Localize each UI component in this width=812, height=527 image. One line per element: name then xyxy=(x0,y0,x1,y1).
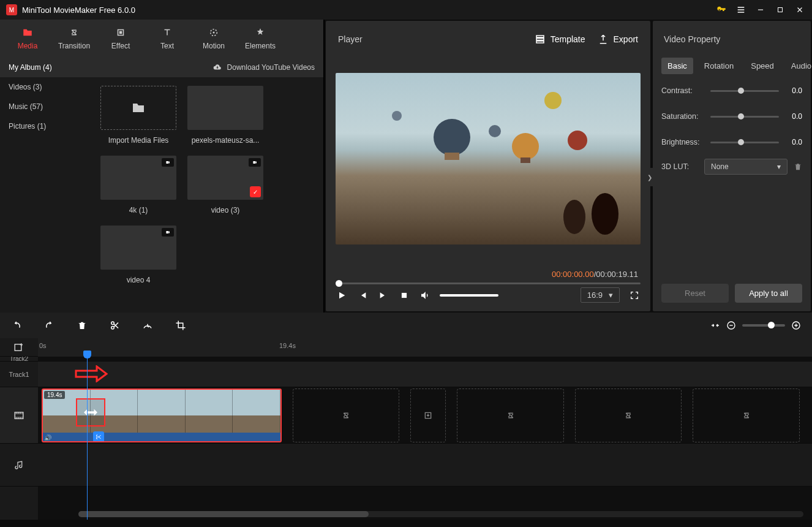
split-button[interactable] xyxy=(109,320,120,331)
tab-elements[interactable]: Elements xyxy=(238,21,283,56)
zoom-slider[interactable] xyxy=(742,324,785,327)
delete-lut-button[interactable] xyxy=(794,162,802,171)
apply-all-button[interactable]: Apply to all xyxy=(735,284,802,303)
next-frame-button[interactable] xyxy=(377,289,389,301)
zoom-in-button[interactable] xyxy=(791,320,801,330)
export-button[interactable]: Export xyxy=(598,34,638,45)
video-clip[interactable]: 19.4s 🔊 xyxy=(42,389,282,442)
reset-button[interactable]: Reset xyxy=(661,284,729,303)
timeline-tracks[interactable]: 0s 19.4s 19.4s 🔊 xyxy=(38,338,812,520)
app-logo: M xyxy=(6,4,17,15)
slider-handle[interactable] xyxy=(768,322,775,328)
tab-speed[interactable]: Speed xyxy=(745,58,780,74)
timeline-ruler[interactable]: 0s 19.4s xyxy=(38,338,812,357)
prev-frame-button[interactable] xyxy=(356,289,369,301)
zoom-out-button[interactable] xyxy=(726,320,736,330)
tab-transition[interactable]: Transition xyxy=(51,21,97,56)
resize-indicator[interactable] xyxy=(76,398,105,427)
volume-slider[interactable] xyxy=(440,294,498,297)
lut-select[interactable]: None ▾ xyxy=(704,159,788,175)
media-item[interactable]: pexels-mateusz-sa... xyxy=(187,86,263,145)
menu-icon[interactable] xyxy=(735,4,747,16)
scrollbar-thumb[interactable] xyxy=(78,511,369,517)
undo-button[interactable] xyxy=(11,320,22,330)
tab-effect[interactable]: Effect xyxy=(98,21,143,56)
import-media-label: Import Media Files xyxy=(100,136,176,145)
timeline-toolbar xyxy=(0,313,812,338)
template-button[interactable]: Template xyxy=(535,34,585,45)
svg-point-9 xyxy=(544,92,562,109)
volume-button[interactable] xyxy=(419,289,431,301)
sidebar-header-myalbum[interactable]: My Album (4) xyxy=(0,58,92,77)
add-track-button[interactable] xyxy=(0,338,38,357)
tab-basic[interactable]: Basic xyxy=(661,58,693,74)
split-handle[interactable] xyxy=(93,431,104,442)
slider-handle[interactable] xyxy=(738,88,744,94)
sidebar-item-music[interactable]: Music (57) xyxy=(0,97,92,116)
maximize-button[interactable] xyxy=(774,4,786,16)
tab-text[interactable]: Text xyxy=(145,21,190,56)
tab-motion[interactable]: Motion xyxy=(191,21,236,56)
fullscreen-button[interactable] xyxy=(628,289,641,301)
transition-slot[interactable] xyxy=(457,389,564,442)
fit-timeline-button[interactable] xyxy=(710,320,720,330)
track-2[interactable] xyxy=(38,357,812,362)
play-button[interactable] xyxy=(336,289,348,301)
sidebar-item-videos[interactable]: Videos (3) xyxy=(0,77,92,97)
speed-button[interactable] xyxy=(142,320,153,331)
tab-media[interactable]: Media xyxy=(5,21,50,56)
playhead[interactable] xyxy=(87,351,88,520)
minimize-button[interactable] xyxy=(754,4,767,16)
saturation-slider[interactable] xyxy=(710,116,779,118)
video-badge-icon xyxy=(162,158,174,167)
close-button[interactable] xyxy=(794,4,806,16)
crop-button[interactable] xyxy=(175,320,186,331)
svg-point-5 xyxy=(434,119,470,156)
transition-slot[interactable] xyxy=(575,389,682,442)
sidebar-item-pictures[interactable]: Pictures (1) xyxy=(0,116,92,136)
main-video-track[interactable]: 19.4s 🔊 xyxy=(38,387,812,444)
expand-panel-button[interactable]: ❯ xyxy=(647,168,653,186)
audio-track-label[interactable] xyxy=(0,444,38,487)
ruler-mark: 19.4s xyxy=(279,342,296,349)
premium-key-icon[interactable] xyxy=(715,4,727,16)
track-label-2[interactable]: Track2 xyxy=(0,357,38,362)
tab-audio[interactable]: Audio xyxy=(785,58,812,74)
media-item[interactable]: ✓ video (3) xyxy=(187,156,263,214)
speaker-icon[interactable]: 🔊 xyxy=(44,434,51,441)
horizontal-scrollbar[interactable] xyxy=(78,511,803,517)
timeline-panel: Track2 Track1 0s 19.4s 19.4s 🔊 xyxy=(0,313,812,527)
property-title: Video Property xyxy=(653,21,811,58)
track-label-1[interactable]: Track1 xyxy=(0,362,38,387)
svg-rect-8 xyxy=(521,157,530,163)
stop-button[interactable] xyxy=(398,289,410,301)
contrast-slider[interactable] xyxy=(710,90,779,92)
time-current: 00:00:00.00 xyxy=(552,270,594,279)
transition-slot[interactable] xyxy=(693,389,800,442)
download-youtube-button[interactable]: Download YouTube Videos xyxy=(92,58,323,77)
media-item-label: video 4 xyxy=(100,276,176,284)
slider-handle[interactable] xyxy=(738,113,744,119)
drop-slot[interactable] xyxy=(410,389,446,442)
media-item[interactable]: 4k (1) xyxy=(100,156,176,214)
aspect-select[interactable]: 16:9 ▾ xyxy=(581,287,620,303)
delete-button[interactable] xyxy=(77,320,87,331)
chevron-down-icon: ▾ xyxy=(777,162,781,171)
time-display: 00:00:00.00 / 00:00:19.11 xyxy=(326,265,650,281)
redo-button[interactable] xyxy=(44,320,55,330)
tab-media-label: Media xyxy=(18,42,38,50)
scrub-handle[interactable] xyxy=(336,280,342,287)
transition-slot[interactable] xyxy=(293,389,400,442)
preview-frame[interactable] xyxy=(336,73,641,245)
video-track-label[interactable] xyxy=(0,387,38,444)
music-track[interactable] xyxy=(38,444,812,487)
track-1[interactable] xyxy=(38,362,812,387)
tab-transition-label: Transition xyxy=(58,42,90,50)
import-media-button[interactable]: Import Media Files xyxy=(100,86,176,145)
slider-handle[interactable] xyxy=(738,139,744,145)
aspect-value: 16:9 xyxy=(587,290,603,300)
folder-icon xyxy=(21,27,34,38)
brightness-slider[interactable] xyxy=(710,142,779,143)
tab-rotation[interactable]: Rotation xyxy=(698,58,740,74)
media-item[interactable]: video 4 xyxy=(100,226,176,284)
